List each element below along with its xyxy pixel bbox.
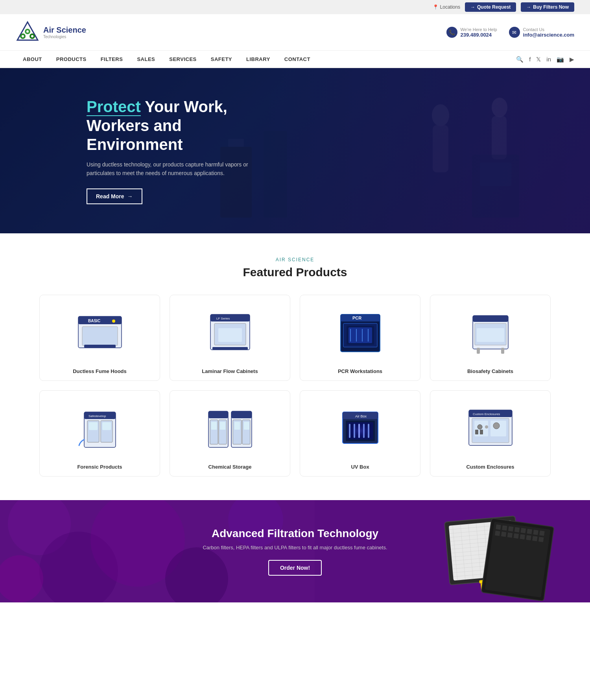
twitter-icon[interactable]: 𝕏 (536, 56, 541, 63)
svg-text:Custom Enclosures: Custom Enclosures (473, 412, 500, 416)
svg-rect-39 (473, 316, 508, 322)
nav-library[interactable]: Library (239, 51, 277, 68)
section-title: Featured Products (16, 266, 574, 279)
laminar-flow-img: LF Series (205, 312, 256, 356)
product-image-pcr: PCR (306, 305, 414, 364)
product-image-custom: Custom Enclosures (437, 400, 544, 459)
product-card-ductless-fume-hoods[interactable]: BASIC Ductless Fume Hoods (39, 295, 160, 381)
svg-point-5 (22, 35, 24, 37)
svg-rect-54 (231, 411, 252, 418)
ductless-fume-hood-img: BASIC (74, 312, 125, 356)
svg-rect-83 (480, 430, 483, 434)
svg-rect-57 (211, 422, 217, 430)
quote-request-button[interactable]: → Quote Request (465, 2, 516, 12)
nav-safety[interactable]: Safety (204, 51, 239, 68)
svg-point-80 (478, 425, 482, 429)
phone-contact: 📞 We're Here to Help 239.489.0024 (446, 27, 497, 38)
section-label: AIR SCIENCE (16, 257, 574, 262)
product-card-chemical-storage[interactable]: Chemical Storage (170, 390, 290, 477)
svg-rect-19 (82, 327, 118, 345)
svg-rect-61 (234, 422, 240, 430)
buy-filters-button[interactable]: → Buy Filters Now (521, 2, 574, 12)
svg-rect-124 (521, 528, 526, 534)
location-link[interactable]: 📍 Locations (433, 4, 460, 10)
custom-enclosures-img: Custom Enclosures (465, 408, 516, 451)
nav-sales[interactable]: Sales (130, 51, 162, 68)
product-card-custom-enclosures[interactable]: Custom Enclosures Custom Enclosures (430, 390, 551, 477)
product-name-chemical: Chemical Storage (208, 464, 252, 470)
phone-icon: 📞 (446, 27, 457, 38)
nav-contact[interactable]: Contact (277, 51, 317, 68)
svg-text:BASIC: BASIC (88, 319, 100, 323)
email-contact: ✉ Contact Us info@airscience.com (509, 27, 574, 38)
svg-rect-73 (347, 422, 373, 440)
product-image-ductless: BASIC (46, 305, 153, 364)
svg-text:Air Box: Air Box (355, 414, 367, 418)
location-icon: 📍 (433, 4, 439, 10)
product-card-pcr[interactable]: PCR PCR Workstations (300, 295, 420, 381)
forensic-products-img: Safedevelop (74, 408, 125, 451)
svg-rect-123 (514, 527, 520, 532)
svg-point-81 (485, 425, 488, 428)
svg-rect-52 (208, 411, 228, 418)
product-image-biosafety (437, 305, 544, 364)
svg-rect-42 (501, 348, 504, 354)
nav-icons: 🔍 f 𝕏 in 📷 ▶ (516, 56, 574, 63)
hero-section: Protect Your Work,Workers and Environmen… (0, 68, 590, 233)
instagram-icon[interactable]: 📷 (557, 56, 564, 63)
products-grid: BASIC Ductless Fume Hoods LF Series (39, 295, 551, 477)
product-name-custom: Custom Enclosures (466, 464, 514, 470)
product-card-forensic[interactable]: Safedevelop Forensic Products (39, 390, 160, 477)
product-card-uv-box[interactable]: Air Box (300, 390, 420, 477)
svg-rect-127 (539, 530, 545, 536)
nav-products[interactable]: Products (49, 51, 94, 68)
logo-icon (16, 20, 39, 44)
featured-products-section: AIR SCIENCE Featured Products BASIC Duct… (0, 233, 590, 500)
svg-rect-126 (533, 530, 538, 535)
nav-about[interactable]: About (16, 51, 49, 68)
filtration-image (433, 514, 559, 602)
svg-point-6 (31, 35, 33, 37)
svg-text:PCR: PCR (352, 316, 361, 320)
logo-area[interactable]: Air Science Technologies (16, 20, 86, 44)
linkedin-icon[interactable]: in (546, 56, 551, 63)
svg-rect-43 (477, 328, 504, 342)
svg-rect-82 (475, 430, 478, 434)
product-name-uv: UV Box (351, 464, 369, 470)
nav-services[interactable]: Services (162, 51, 204, 68)
pcr-workstation-img: PCR (335, 312, 386, 356)
svg-rect-133 (526, 535, 531, 541)
youtube-icon[interactable]: ▶ (570, 56, 574, 63)
svg-rect-131 (514, 533, 519, 539)
facebook-icon[interactable]: f (529, 56, 531, 63)
svg-rect-79 (490, 421, 506, 436)
arrow-icon: → (470, 4, 475, 10)
read-more-button[interactable]: Read More → (87, 188, 142, 204)
product-image-chemical (176, 400, 284, 459)
arrow-icon: → (526, 4, 531, 10)
filtration-subtitle: Carbon filters, HEPA filters and ULPA fi… (203, 545, 387, 550)
svg-rect-120 (496, 525, 501, 530)
product-card-biosafety[interactable]: Biosafety Cabinets (430, 295, 551, 381)
hero-title: Protect Your Work,Workers and Environmen… (87, 97, 252, 154)
filtration-content: Advanced Filtration Technology Carbon fi… (203, 527, 387, 576)
svg-rect-125 (527, 529, 532, 534)
product-name-laminar: Laminar Flow Cabinets (202, 368, 258, 374)
svg-rect-134 (532, 536, 538, 541)
svg-rect-50 (102, 422, 111, 430)
svg-rect-58 (220, 422, 225, 430)
svg-point-84 (493, 423, 500, 429)
product-card-laminar-flow[interactable]: LF Series Laminar Flow Cabinets (170, 295, 290, 381)
nav-filters[interactable]: Filters (94, 51, 130, 68)
svg-rect-20 (84, 345, 116, 348)
header-contacts: 📞 We're Here to Help 239.489.0024 ✉ Cont… (446, 27, 574, 38)
product-name-biosafety: Biosafety Cabinets (467, 368, 513, 374)
svg-rect-122 (508, 526, 514, 532)
svg-text:Safedevelop: Safedevelop (88, 414, 106, 418)
arrow-icon: → (127, 193, 133, 199)
svg-rect-49 (89, 422, 98, 430)
email-icon: ✉ (509, 27, 520, 38)
order-now-button[interactable]: Order Now! (268, 560, 322, 576)
search-icon[interactable]: 🔍 (516, 56, 524, 63)
svg-rect-130 (507, 532, 513, 538)
